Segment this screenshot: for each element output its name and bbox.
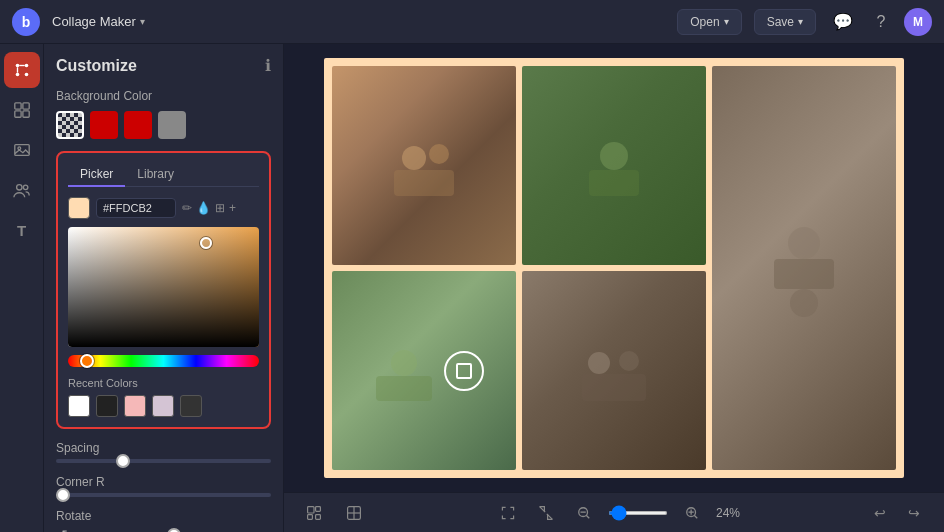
sidebar-item-customize[interactable] <box>4 52 40 88</box>
app-name-dropdown[interactable]: Collage Maker ▾ <box>52 14 145 29</box>
undo-button[interactable]: ↩ <box>866 499 894 527</box>
svg-point-0 <box>15 64 19 68</box>
rotate-reset-icon[interactable]: ↺ <box>56 527 68 532</box>
add-color-icon[interactable]: + <box>229 201 236 215</box>
red-swatch[interactable] <box>90 111 118 139</box>
corner-radius-slider[interactable] <box>56 493 271 497</box>
text-icon: T <box>17 222 26 239</box>
collage-container[interactable] <box>284 44 944 492</box>
tab-picker[interactable]: Picker <box>68 163 125 187</box>
edit-hex-icon[interactable]: ✏ <box>182 201 192 215</box>
sidebar-item-grid[interactable] <box>4 92 40 128</box>
hex-input[interactable] <box>96 198 176 218</box>
spacing-label: Spacing <box>56 441 271 455</box>
collage-cell-5[interactable] <box>522 271 706 470</box>
bottom-left <box>300 499 368 527</box>
zoom-in-button[interactable] <box>678 499 706 527</box>
recent-black[interactable] <box>96 395 118 417</box>
recent-darkgray[interactable] <box>180 395 202 417</box>
recent-colors-label: Recent Colors <box>68 377 259 389</box>
save-label: Save <box>767 15 794 29</box>
chat-icon-button[interactable]: 💬 <box>828 7 858 37</box>
zoom-slider[interactable] <box>608 511 668 515</box>
svg-point-21 <box>790 289 818 317</box>
info-icon[interactable]: ℹ <box>265 56 271 75</box>
sidebar-item-text[interactable]: T <box>4 212 40 248</box>
svg-rect-6 <box>14 103 20 109</box>
gray-swatch[interactable] <box>158 111 186 139</box>
svg-rect-10 <box>14 145 28 156</box>
arrange-icon-button[interactable] <box>300 499 328 527</box>
app-name-chevron: ▾ <box>140 16 145 27</box>
sidebar-header: Customize ℹ <box>56 56 271 75</box>
sidebar: Customize ℹ Background Color Picker Libr… <box>44 44 284 532</box>
picker-tabs: Picker Library <box>68 163 259 187</box>
spacing-slider[interactable] <box>56 459 271 463</box>
hue-thumb <box>80 354 94 368</box>
fit-screen-button[interactable] <box>494 499 522 527</box>
bottom-right: ↩ ↪ <box>866 499 928 527</box>
grid-hex-icon[interactable]: ⊞ <box>215 201 225 215</box>
spacing-section: Spacing <box>56 441 271 463</box>
recent-pink[interactable] <box>124 395 146 417</box>
svg-rect-29 <box>308 514 313 519</box>
corner-radius-label: Corner R <box>56 475 271 489</box>
selection-ring <box>444 351 484 391</box>
open-button[interactable]: Open ▾ <box>677 9 741 35</box>
open-label: Open <box>690 15 719 29</box>
color-swatches <box>56 111 271 139</box>
hex-preview-swatch <box>68 197 90 219</box>
svg-rect-27 <box>308 506 314 512</box>
redo-button[interactable]: ↪ <box>900 499 928 527</box>
svg-rect-18 <box>589 170 639 196</box>
corner-radius-row <box>56 493 271 497</box>
open-chevron: ▾ <box>724 16 729 27</box>
transparent-swatch[interactable] <box>56 111 84 139</box>
rotate-row: ↺ <box>56 527 271 532</box>
app-logo: b <box>12 8 40 36</box>
collage-cell-2[interactable] <box>522 66 706 265</box>
svg-point-2 <box>15 73 19 77</box>
collage-cell-4[interactable] <box>332 271 516 470</box>
recent-colors <box>68 395 259 417</box>
topbar: b Collage Maker ▾ Open ▾ Save ▾ 💬 ? M <box>0 0 944 44</box>
svg-point-12 <box>16 185 21 190</box>
svg-point-22 <box>391 350 417 376</box>
collage-cell-1[interactable] <box>332 66 516 265</box>
sidebar-item-image[interactable] <box>4 132 40 168</box>
red2-swatch[interactable] <box>124 111 152 139</box>
color-gradient-picker[interactable] <box>68 227 259 347</box>
svg-point-3 <box>24 73 28 77</box>
avatar[interactable]: M <box>904 8 932 36</box>
hue-slider[interactable] <box>68 355 259 367</box>
expand-button[interactable] <box>532 499 560 527</box>
sidebar-item-people[interactable] <box>4 172 40 208</box>
svg-rect-26 <box>582 374 646 401</box>
canvas-area: 24% ↩ ↪ <box>284 44 944 532</box>
help-icon-button[interactable]: ? <box>866 7 896 37</box>
hex-row: ✏ 💧 ⊞ + <box>68 197 259 219</box>
avatar-initial: M <box>913 15 923 29</box>
tab-library[interactable]: Library <box>125 163 186 187</box>
layout-icon-button[interactable] <box>340 499 368 527</box>
recent-purple[interactable] <box>152 395 174 417</box>
corner-radius-section: Corner R <box>56 475 271 497</box>
eyedropper-icon[interactable]: 💧 <box>196 201 211 215</box>
svg-rect-28 <box>316 506 321 511</box>
svg-line-40 <box>694 515 697 518</box>
save-button[interactable]: Save ▾ <box>754 9 816 35</box>
main-area: T Customize ℹ Background Color Picker Li… <box>0 44 944 532</box>
collage-cell-3[interactable] <box>712 66 896 470</box>
color-picker-popup: Picker Library ✏ 💧 ⊞ + <box>56 151 271 429</box>
svg-rect-8 <box>14 111 20 117</box>
svg-rect-7 <box>22 103 28 109</box>
recent-white[interactable] <box>68 395 90 417</box>
gradient-lightness <box>68 227 259 347</box>
svg-rect-16 <box>394 170 454 196</box>
svg-point-25 <box>619 351 639 371</box>
gradient-cursor <box>200 237 212 249</box>
svg-point-13 <box>23 185 28 190</box>
zoom-out-button[interactable] <box>570 499 598 527</box>
svg-rect-9 <box>22 111 28 117</box>
svg-rect-20 <box>774 259 834 289</box>
